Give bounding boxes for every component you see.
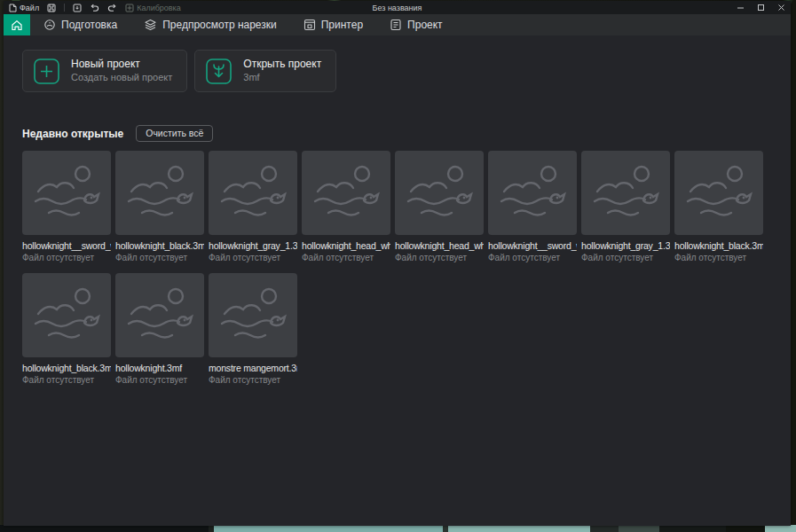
slice-preview-icon xyxy=(144,19,157,31)
file-name: monstre mangemort.3mf xyxy=(209,363,297,373)
file-status: Файл отсутствует xyxy=(395,253,484,262)
file-name: hollowknight__sword_w... xyxy=(488,240,577,251)
file-status: Файл отсутствует xyxy=(209,375,297,385)
recent-file-card[interactable]: monstre mangemort.3mf Файл отсутствует xyxy=(209,273,297,385)
open-project-title: Открыть проект xyxy=(243,58,321,71)
image-placeholder-icon xyxy=(592,162,659,224)
file-status: Файл отсутствует xyxy=(674,253,763,262)
file-thumbnail xyxy=(22,151,111,235)
import-button[interactable] xyxy=(73,4,82,12)
calibration-button[interactable]: Калибровка xyxy=(125,4,181,12)
project-icon xyxy=(390,19,402,31)
prepare-icon xyxy=(43,19,56,31)
save-button[interactable] xyxy=(47,4,56,12)
import-square-icon xyxy=(205,58,232,85)
recent-file-card[interactable]: hollowknight_head_whit... Файл отсутству… xyxy=(395,151,484,262)
tab-prepare[interactable]: Подготовка xyxy=(30,14,130,35)
file-name: hollowknight_black.3mf xyxy=(22,363,111,373)
file-name: hollowknight.3mf xyxy=(115,363,204,373)
plus-square-icon xyxy=(33,58,60,85)
recent-file-card[interactable]: hollowknight_gray_1.3mf Файл отсутствует xyxy=(581,151,670,262)
undo-icon xyxy=(90,4,99,12)
recent-files-grid: hollowknight__sword_w... Файл отсутствуе… xyxy=(22,151,773,385)
file-thumbnail xyxy=(209,273,297,357)
calibration-icon xyxy=(125,4,134,12)
recent-file-card[interactable]: hollowknight.3mf Файл отсутствует xyxy=(115,273,204,385)
main-tabbar: Подготовка Предпросмотр нарезки Принтер xyxy=(4,14,791,35)
close-button[interactable] xyxy=(777,4,785,12)
image-placeholder-icon xyxy=(312,162,380,224)
file-status: Файл отсутствует xyxy=(115,253,204,262)
file-thumbnail xyxy=(395,151,484,235)
recent-file-card[interactable]: hollowknight_black.3mf Файл отсутствует xyxy=(22,273,111,385)
image-placeholder-icon xyxy=(33,285,100,347)
file-thumbnail xyxy=(302,151,390,235)
tab-printer-label: Принтер xyxy=(321,19,363,31)
maximize-button[interactable] xyxy=(757,4,765,12)
desktop-wallpaper xyxy=(0,525,796,532)
open-project-subtitle: 3mf xyxy=(243,71,321,83)
image-placeholder-icon xyxy=(499,162,566,224)
recent-section-title: Недавно открытые xyxy=(22,128,123,140)
redo-icon xyxy=(107,4,117,12)
undo-button[interactable] xyxy=(90,4,99,12)
file-name: hollowknight_black.3mf xyxy=(674,240,763,251)
file-thumbnail xyxy=(209,151,297,235)
recent-file-card[interactable]: hollowknight__sword_w... Файл отсутствуе… xyxy=(488,151,577,262)
minimize-icon xyxy=(737,4,745,12)
file-thumbnail xyxy=(115,273,204,357)
toolbar-divider xyxy=(64,4,65,12)
file-thumbnail xyxy=(581,151,670,235)
tab-home[interactable] xyxy=(4,14,30,35)
app-window: Файл xyxy=(4,1,791,526)
file-status: Файл отсутствует xyxy=(115,375,204,385)
file-status: Файл отсутствует xyxy=(488,253,577,262)
recent-file-card[interactable]: hollowknight_black.3mf Файл отсутствует xyxy=(674,151,763,262)
minimize-button[interactable] xyxy=(737,4,745,12)
new-project-button[interactable]: Новый проект Создать новый проект xyxy=(22,50,187,92)
titlebar: Файл xyxy=(4,1,791,14)
maximize-icon xyxy=(757,4,765,12)
image-placeholder-icon xyxy=(406,162,473,224)
redo-button[interactable] xyxy=(107,4,117,12)
recent-header-row: Недавно открытые Очистить всё xyxy=(22,125,773,142)
file-name: hollowknight_gray_1.3mf xyxy=(581,240,670,251)
file-thumbnail xyxy=(674,151,763,235)
file-name: hollowknight_black.3mf xyxy=(115,240,204,251)
image-placeholder-icon xyxy=(685,162,753,224)
save-icon xyxy=(47,4,56,12)
recent-file-card[interactable]: hollowknight_gray_1.3mf Файл отсутствует xyxy=(209,151,297,262)
file-status: Файл отсутствует xyxy=(22,375,111,385)
file-menu-button[interactable]: Файл xyxy=(9,4,39,12)
clear-all-button[interactable]: Очистить всё xyxy=(136,125,213,142)
open-project-button[interactable]: Открыть проект 3mf xyxy=(194,50,336,92)
file-name: hollowknight_head_whit... xyxy=(395,240,484,251)
action-row: Новый проект Создать новый проект Открыт… xyxy=(22,50,773,92)
tab-project-label: Проект xyxy=(407,19,443,31)
image-placeholder-icon xyxy=(126,285,193,347)
home-icon xyxy=(11,20,23,31)
printer-icon xyxy=(303,19,316,31)
tab-slice-preview[interactable]: Предпросмотр нарезки xyxy=(130,14,290,35)
recent-file-card[interactable]: hollowknight__sword_w... Файл отсутствуе… xyxy=(22,151,111,262)
close-icon xyxy=(777,4,785,12)
image-placeholder-icon xyxy=(219,285,287,347)
file-status: Файл отсутствует xyxy=(581,253,670,262)
file-thumbnail xyxy=(115,151,204,235)
file-thumbnail xyxy=(22,273,111,357)
file-thumbnail xyxy=(488,151,577,235)
tab-printer[interactable]: Принтер xyxy=(290,14,376,35)
recent-file-card[interactable]: hollowknight_black.3mf Файл отсутствует xyxy=(115,151,204,262)
file-menu-label: Файл xyxy=(20,4,39,12)
image-placeholder-icon xyxy=(219,162,287,224)
file-icon xyxy=(9,4,17,12)
new-project-title: Новый проект xyxy=(71,58,172,71)
file-name: hollowknight_gray_1.3mf xyxy=(209,240,297,251)
image-placeholder-icon xyxy=(126,162,193,224)
recent-file-card[interactable]: hollowknight_head_whit... Файл отсутству… xyxy=(302,151,390,262)
file-name: hollowknight_head_whit... xyxy=(302,240,390,251)
file-status: Файл отсутствует xyxy=(22,253,111,262)
tab-prepare-label: Подготовка xyxy=(61,19,117,31)
tab-project[interactable]: Проект xyxy=(376,14,456,35)
new-project-subtitle: Создать новый проект xyxy=(71,71,172,83)
